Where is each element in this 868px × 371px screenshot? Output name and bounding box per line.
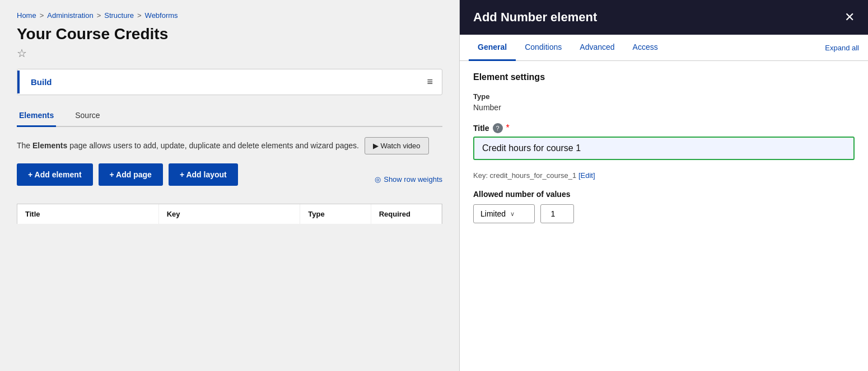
build-nav-item[interactable]: Build — [17, 71, 418, 93]
breadcrumb-webforms[interactable]: Webforms — [145, 11, 178, 20]
tab-access[interactable]: Access — [624, 35, 667, 61]
watch-video-button[interactable]: ▶ Watch video — [365, 137, 429, 154]
title-field-group: Title ? * — [473, 123, 855, 160]
build-nav: Build ≡ — [17, 69, 442, 95]
col-required: Required — [371, 204, 442, 224]
add-layout-button[interactable]: + Add layout — [169, 163, 238, 186]
left-panel: Home > Administration > Structure > Webf… — [0, 0, 459, 371]
type-value: Number — [473, 103, 855, 112]
required-star: * — [506, 123, 510, 133]
favorite-star-icon[interactable]: ☆ — [17, 46, 442, 60]
show-row-weights-toggle[interactable]: ◎ Show row weights — [375, 175, 442, 184]
col-key: Key — [159, 204, 301, 224]
right-panel-header: Add Number element ✕ — [460, 0, 868, 35]
key-edit-link[interactable]: [Edit] — [578, 171, 595, 180]
add-element-button[interactable]: + Add element — [17, 163, 93, 186]
number-input[interactable] — [540, 204, 574, 223]
dropdown-arrow-icon: ∨ — [510, 210, 515, 218]
breadcrumb-structure[interactable]: Structure — [104, 11, 134, 20]
tab-source[interactable]: Source — [73, 106, 102, 127]
page-title: Your Course Credits — [17, 25, 442, 43]
dropdown-value: Limited — [480, 209, 506, 218]
breadcrumb-sep-2: > — [97, 11, 101, 20]
col-type: Type — [300, 204, 371, 224]
eye-icon: ◎ — [375, 175, 381, 184]
tabs-bar: Elements Source — [17, 106, 442, 127]
col-title: Title — [17, 204, 159, 224]
type-label: Type — [473, 92, 855, 101]
action-buttons: + Add element + Add page + Add layout — [17, 163, 238, 186]
allowed-values-group: Allowed number of values Limited ∨ — [473, 190, 855, 223]
show-row-weights-label: Show row weights — [384, 175, 442, 184]
breadcrumb-sep-1: > — [40, 11, 44, 20]
type-field: Type Number — [473, 92, 855, 112]
add-page-button[interactable]: + Add page — [99, 163, 163, 186]
title-field-row: Title ? * — [473, 123, 855, 133]
title-field-label: Title — [473, 124, 489, 133]
right-panel-title: Add Number element — [473, 10, 597, 25]
tab-conditions[interactable]: Conditions — [516, 35, 571, 61]
allowed-values-row: Limited ∨ — [473, 204, 855, 223]
key-info: Key: credit_hours_for_course_1 [Edit] — [473, 171, 855, 180]
right-panel: Add Number element ✕ General Conditions … — [459, 0, 868, 371]
right-panel-content: Element settings Type Number Title ? * K… — [460, 61, 868, 371]
breadcrumb-home[interactable]: Home — [17, 11, 36, 20]
elements-table-header: Title Key Type Required — [17, 204, 442, 224]
help-icon[interactable]: ? — [493, 123, 503, 133]
breadcrumb-administration[interactable]: Administration — [47, 11, 93, 20]
tab-advanced[interactable]: Advanced — [571, 35, 623, 61]
tab-general[interactable]: General — [469, 35, 516, 61]
action-buttons-row: + Add element + Add page + Add layout ◎ … — [17, 163, 442, 195]
breadcrumb-sep-3: > — [137, 11, 142, 20]
key-text: Key: credit_hours_for_course_1 — [473, 171, 576, 180]
title-input[interactable] — [473, 137, 855, 160]
close-button[interactable]: ✕ — [844, 11, 855, 24]
tab-elements[interactable]: Elements — [17, 106, 56, 127]
right-panel-tabs: General Conditions Advanced Access Expan… — [460, 35, 868, 61]
limited-dropdown[interactable]: Limited ∨ — [473, 204, 535, 223]
elements-description: The Elements page allows users to add, u… — [17, 137, 442, 154]
breadcrumb: Home > Administration > Structure > Webf… — [17, 11, 442, 20]
expand-all-link[interactable]: Expand all — [825, 44, 859, 52]
element-settings-heading: Element settings — [473, 72, 855, 82]
hamburger-icon[interactable]: ≡ — [418, 69, 442, 95]
allowed-values-label: Allowed number of values — [473, 190, 855, 199]
